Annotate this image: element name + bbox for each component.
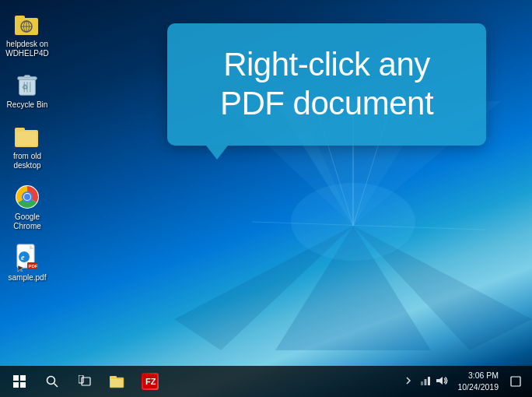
svg-text:♻: ♻ [22, 83, 28, 91]
desktop-icon-old-desktop[interactable]: from old desktop [0, 120, 54, 174]
svg-line-42 [54, 384, 58, 388]
clock[interactable]: 3:06 PM 10/24/2019 [453, 368, 503, 394]
svg-text:PDF: PDF [29, 264, 38, 269]
callout-text: Right-click any PDF document [194, 45, 459, 124]
old-desktop-folder-icon [15, 124, 40, 149]
desktop: helpdesk on WDHELP4D ♻ [0, 0, 532, 397]
taskbar-app-explorer[interactable] [102, 366, 133, 397]
callout-box: Right-click any PDF document [167, 23, 486, 146]
svg-text:FZ: FZ [145, 377, 156, 386]
svg-marker-53 [436, 377, 443, 385]
svg-rect-39 [13, 382, 19, 388]
taskbar-app-filezilla[interactable]: FZ [135, 366, 166, 397]
pdf-label: sample.pdf [9, 273, 47, 283]
tray-chevron-icon[interactable] [403, 374, 414, 390]
svg-text:e: e [21, 253, 25, 262]
start-button[interactable] [4, 366, 35, 397]
tray-icons [403, 374, 450, 390]
svg-rect-47 [110, 379, 123, 387]
search-button[interactable] [37, 366, 68, 397]
notification-button[interactable] [506, 366, 525, 397]
filezilla-icon: FZ [142, 373, 159, 390]
svg-point-30 [24, 194, 30, 200]
clock-date: 10/24/2019 [457, 381, 499, 393]
svg-rect-37 [13, 375, 19, 381]
svg-point-41 [47, 377, 55, 385]
chrome-label: Google Chrome [4, 213, 51, 231]
desktop-icon-chrome[interactable]: Google Chrome [0, 181, 54, 235]
desktop-icon-recycle-bin[interactable]: ♻ Recycle Bin [0, 69, 54, 114]
helpdesk-label: helpdesk on WDHELP4D [4, 40, 51, 58]
svg-rect-26 [16, 132, 37, 146]
helpdesk-icon [15, 12, 40, 37]
task-view-button[interactable] [69, 366, 100, 397]
svg-rect-51 [425, 379, 427, 385]
svg-rect-54 [511, 377, 520, 386]
svg-rect-19 [24, 76, 30, 78]
pdf-file-icon: e PDF [15, 245, 40, 270]
svg-rect-12 [15, 16, 25, 21]
svg-rect-38 [20, 375, 26, 381]
recycle-bin-icon: ♻ [15, 72, 40, 97]
tray-volume-icon[interactable] [434, 374, 450, 390]
taskbar: FZ [0, 366, 532, 397]
tray-network-icon[interactable] [416, 374, 432, 390]
clock-time: 3:06 PM [468, 370, 499, 381]
svg-point-10 [291, 183, 415, 261]
old-desktop-label: from old desktop [4, 152, 51, 170]
recycle-bin-label: Recycle Bin [7, 100, 48, 110]
desktop-icon-sample-pdf[interactable]: e PDF sample.pdf [0, 241, 54, 286]
svg-rect-50 [421, 381, 423, 385]
desktop-icon-helpdesk[interactable]: helpdesk on WDHELP4D [0, 8, 54, 62]
svg-rect-40 [20, 382, 26, 388]
taskbar-left: FZ [4, 366, 166, 397]
desktop-icons-area: helpdesk on WDHELP4D ♻ [0, 0, 62, 300]
taskbar-right: 3:06 PM 10/24/2019 [403, 366, 528, 397]
chrome-icon [15, 184, 40, 209]
svg-rect-52 [428, 377, 430, 385]
svg-rect-43 [79, 375, 83, 383]
